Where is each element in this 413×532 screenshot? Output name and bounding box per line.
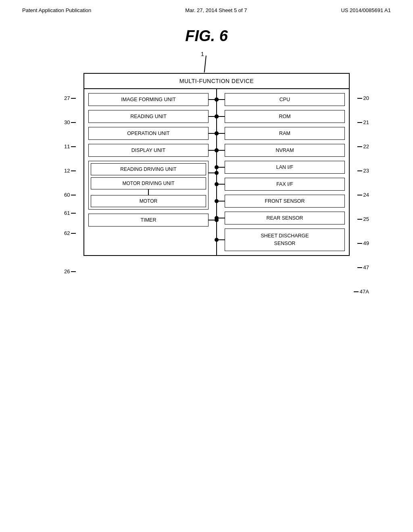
rdu-b2: READING DRIVING UNIT (91, 163, 206, 175)
nvram-b2: NVRAM (225, 144, 345, 157)
du-r: DISPLAY UNIT (88, 144, 209, 157)
lbl-26: 26 (64, 268, 76, 274)
rbl-25: 25 (357, 216, 369, 222)
front-b2: FRONT SENSOR (225, 195, 345, 208)
ref1-area: 1 (0, 51, 413, 73)
rbl-20: 20 (357, 95, 369, 101)
lbl-12: 12 (64, 168, 76, 174)
drv-r: READING DRIVING UNIT MOTOR DRIVING UNIT … (88, 161, 209, 210)
rbl-21: 21 (357, 119, 369, 125)
main-box2: MULTI-FUNCTION DEVICE IMAGE FORMING UNIT (83, 73, 350, 256)
left-col2: IMAGE FORMING UNIT READING UNIT OPERATIO… (88, 93, 217, 251)
rear-r: REAR SENSOR (225, 212, 345, 224)
fig-title2: FIG. 6 (0, 27, 413, 45)
rom-b2: ROM (225, 110, 345, 123)
rbl-22: 22 (357, 143, 369, 150)
fax-r: FAX I/F (225, 178, 345, 191)
ou-b: OPERATION UNIT (88, 127, 209, 140)
timer-b2: TIMER (88, 214, 209, 227)
lan-b2: LAN I/F (225, 161, 345, 174)
ru-r: READING UNIT (88, 110, 209, 123)
fax-b2: FAX I/F (225, 178, 345, 191)
ou-r: OPERATION UNIT (88, 127, 209, 140)
sds-b2: SHEET DISCHARGESENSOR (225, 229, 345, 251)
page-header2: Patent Application Publication Mar. 27, … (0, 0, 413, 17)
right-col2: CPU ROM RAM (217, 93, 345, 251)
header-right2: US 2014/0085691 A1 (341, 7, 391, 13)
ref1-num: 1 (201, 51, 204, 57)
ram-b2: RAM (225, 127, 345, 140)
ram-r: RAM (225, 127, 345, 140)
lan-r: LAN I/F (225, 161, 345, 174)
ru-b: READING UNIT (88, 110, 209, 123)
timer-r: TIMER (88, 214, 209, 227)
full-page: Patent Application Publication Mar. 27, … (0, 0, 413, 532)
cpu-b2: CPU (225, 93, 345, 106)
mfd-title: MULTI-FUNCTION DEVICE (84, 74, 349, 89)
two-cols: IMAGE FORMING UNIT READING UNIT OPERATIO… (84, 89, 349, 255)
lbl-11: 11 (64, 143, 76, 150)
ifu-r: IMAGE FORMING UNIT (88, 93, 209, 106)
du-b: DISPLAY UNIT (88, 144, 209, 157)
ref1-line (204, 56, 206, 73)
rbl-49: 49 (357, 240, 369, 246)
lbl-62: 62 (64, 230, 76, 236)
drv-outer: READING DRIVING UNIT MOTOR DRIVING UNIT … (88, 161, 209, 210)
left-side-labels (63, 73, 83, 95)
rom-r: ROM (225, 110, 345, 123)
header-left2: Patent Application Publication (22, 7, 91, 13)
nvram-r: NVRAM (225, 144, 345, 157)
rear-b2: REAR SENSOR (225, 212, 345, 224)
lbl-61: 61 (64, 210, 76, 216)
lbl-30: 30 (64, 119, 76, 125)
rbl-24: 24 (357, 192, 369, 198)
rbl-47: 47 (357, 264, 369, 270)
front-r: FRONT SENSOR (225, 195, 345, 208)
rbl-47a: 47A (354, 289, 369, 295)
cpu-r: CPU (225, 93, 345, 106)
rbl-23: 23 (357, 168, 369, 174)
ifu-b: IMAGE FORMING UNIT (88, 93, 209, 106)
diagram-area: 27 30 11 12 60 61 62 26 (0, 73, 413, 256)
mdu-b2: MOTOR DRIVING UNIT (91, 177, 206, 189)
sds-r: SHEET DISCHARGESENSOR (225, 229, 345, 251)
motor-b2: MOTOR (91, 195, 206, 207)
header-center2: Mar. 27, 2014 Sheet 5 of 7 (185, 7, 247, 13)
main-wrapper: 27 30 11 12 60 61 62 26 (83, 73, 350, 256)
lbl-27: 27 (64, 95, 76, 101)
lbl-60: 60 (64, 192, 76, 198)
